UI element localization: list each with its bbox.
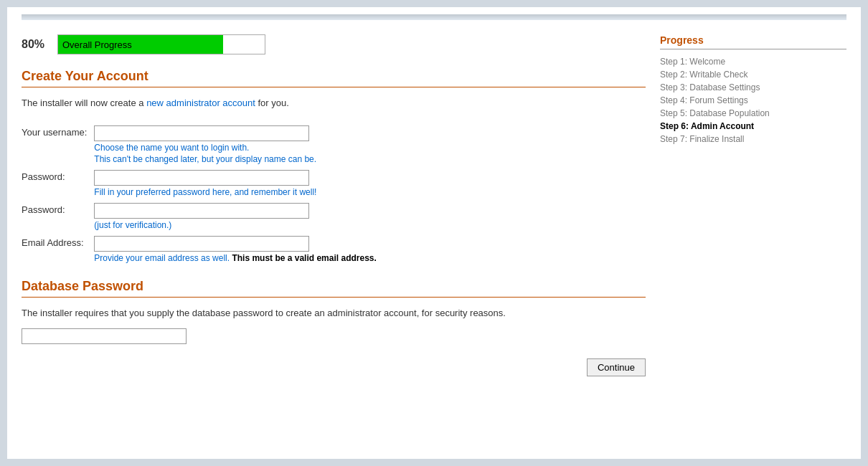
top-bar: [22, 14, 846, 20]
password2-hint: (just for verification.): [94, 220, 377, 230]
email-field-cell: Provide your email address as well. This…: [94, 232, 384, 265]
step4-item: Step 4: Forum Settings: [660, 94, 846, 107]
continue-button[interactable]: Continue: [587, 358, 646, 376]
step6-label: Step 6: Admin Account: [660, 121, 754, 131]
database-password-section: Database Password The installer requires…: [22, 279, 646, 344]
step7-label: Step 7: Finalize Install: [660, 134, 744, 144]
email-input[interactable]: [94, 236, 309, 252]
email-hint: Provide your email address as well. This…: [94, 253, 377, 263]
password2-label: Password:: [22, 199, 94, 232]
step7-item: Step 7: Finalize Install: [660, 133, 846, 146]
page-wrapper: 80% Overall Progress Create Your Account…: [7, 7, 861, 459]
step3-label: Step 3: Database Settings: [660, 82, 760, 92]
email-row: Email Address: Provide your email addres…: [22, 232, 384, 265]
create-account-heading: Create Your Account: [22, 69, 646, 87]
email-hint-bold: This must be a valid email address.: [232, 253, 376, 263]
intro-text-part2: for you.: [255, 98, 289, 108]
step5-label: Step 5: Database Population: [660, 108, 770, 118]
database-password-input[interactable]: [22, 328, 187, 344]
continue-area: Continue: [22, 358, 646, 376]
password1-input[interactable]: [94, 170, 309, 186]
email-hint-normal: Provide your email address as well.: [94, 253, 232, 263]
email-label: Email Address:: [22, 232, 94, 265]
password2-field-cell: (just for verification.): [94, 199, 384, 232]
progress-steps-list: Step 1: Welcome Step 2: Writable Check S…: [660, 55, 846, 146]
password1-row: Password: Fill in your preferred passwor…: [22, 166, 384, 199]
username-hint2: This can't be changed later, but your di…: [94, 154, 377, 164]
main-content: 80% Overall Progress Create Your Account…: [22, 27, 646, 376]
step5-item: Step 5: Database Population: [660, 107, 846, 120]
username-label: Your username:: [22, 121, 94, 166]
password2-row: Password: (just for verification.): [22, 199, 384, 232]
password1-field-cell: Fill in your preferred password here, an…: [94, 166, 384, 199]
step1-item: Step 1: Welcome: [660, 55, 846, 68]
progress-bar-section: 80% Overall Progress: [22, 34, 646, 54]
step2-item: Step 2: Writable Check: [660, 68, 846, 81]
progress-percentage: 80%: [22, 38, 50, 51]
step4-label: Step 4: Forum Settings: [660, 95, 748, 105]
step1-label: Step 1: Welcome: [660, 57, 725, 67]
database-password-heading: Database Password: [22, 279, 646, 298]
account-form-table: Your username: Choose the name you want …: [22, 121, 384, 265]
password1-label: Password:: [22, 166, 94, 199]
step3-item: Step 3: Database Settings: [660, 81, 846, 94]
step6-item: Step 6: Admin Account: [660, 120, 846, 133]
username-input[interactable]: [94, 125, 309, 141]
progress-bar-outer: Overall Progress: [57, 34, 265, 54]
create-account-intro: The installer will now create a new admi…: [22, 98, 646, 108]
step2-label: Step 2: Writable Check: [660, 70, 748, 80]
progress-sidebar-title: Progress: [660, 34, 846, 49]
username-hint1: Choose the name you want to login with.: [94, 143, 377, 153]
progress-bar-fill: Overall Progress: [58, 35, 223, 54]
username-row: Your username: Choose the name you want …: [22, 121, 384, 166]
sidebar: Progress Step 1: Welcome Step 2: Writabl…: [660, 27, 846, 376]
intro-text-part1: The installer will now create a: [22, 98, 146, 108]
password2-input[interactable]: [94, 203, 309, 219]
layout: 80% Overall Progress Create Your Account…: [22, 27, 846, 376]
password1-hint: Fill in your preferred password here, an…: [94, 187, 377, 197]
intro-link[interactable]: new administrator account: [146, 98, 255, 108]
username-field-cell: Choose the name you want to login with. …: [94, 121, 384, 166]
progress-bar-label: Overall Progress: [62, 39, 132, 50]
create-account-section: Create Your Account The installer will n…: [22, 69, 646, 265]
database-password-intro: The installer requires that you supply t…: [22, 308, 646, 318]
